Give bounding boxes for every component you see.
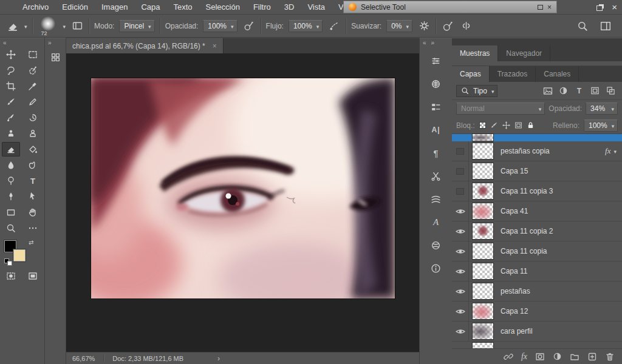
lock-position-icon[interactable]	[502, 121, 510, 129]
menu-edicion[interactable]: Edición	[55, 0, 95, 15]
tab-muestras[interactable]: Muestras	[452, 46, 498, 61]
path-selection-tool-button[interactable]	[24, 189, 42, 204]
restore-window-icon[interactable]	[596, 5, 603, 11]
type-tool-button[interactable]	[24, 174, 42, 188]
layer-name[interactable]: Capa 11 copia 3	[497, 187, 622, 195]
quick-selection-tool-button[interactable]	[24, 63, 42, 78]
menu-texto[interactable]: Texto	[166, 0, 199, 15]
pressure-size-icon[interactable]	[441, 19, 454, 33]
blend-mode-select[interactable]: Normal	[456, 103, 545, 115]
pressure-opacity-icon[interactable]	[242, 19, 256, 33]
eraser-tool-button[interactable]	[2, 142, 20, 157]
marquee-tool-button[interactable]	[24, 47, 42, 62]
swap-colors-icon[interactable]: ⇄	[29, 239, 33, 246]
paint-bucket-tool-button[interactable]	[24, 142, 42, 157]
floating-restore-icon[interactable]	[538, 5, 543, 10]
layer-style-button[interactable]: fx	[521, 352, 527, 362]
layer-visibility-toggle[interactable]	[452, 322, 469, 341]
airbrush-icon[interactable]	[327, 19, 341, 33]
new-layer-icon[interactable]	[587, 352, 597, 362]
hand-tool-button[interactable]	[24, 205, 42, 220]
layer-name[interactable]: Capa 11 copia 2	[497, 227, 622, 235]
eyedropper-tool-button[interactable]	[24, 79, 42, 93]
layer-visibility-toggle[interactable]	[452, 302, 469, 321]
pen-tool-button[interactable]	[2, 189, 20, 204]
layer-name[interactable]: cara perfil	[497, 327, 622, 335]
opacity-select[interactable]: 100%	[203, 20, 237, 32]
brush-tool-button[interactable]	[2, 95, 20, 109]
layer-thumbnail[interactable]	[473, 303, 493, 319]
flow-select[interactable]: 100%	[289, 20, 323, 32]
layer-thumbnail[interactable]	[473, 163, 493, 179]
rectangle-tool-button[interactable]	[2, 205, 20, 220]
layer-name[interactable]: Capa 12	[497, 307, 622, 315]
edit-toolbar-button[interactable]	[24, 221, 42, 235]
dodge-tool-button[interactable]	[2, 174, 20, 188]
filter-adjustment-layers-icon[interactable]	[556, 85, 570, 97]
default-colors-icon[interactable]	[4, 258, 13, 266]
layer-visibility-toggle[interactable]	[452, 261, 469, 281]
add-layer-mask-icon[interactable]	[535, 352, 545, 362]
lock-all-icon[interactable]	[527, 121, 535, 129]
lock-artboard-icon[interactable]	[514, 121, 522, 129]
layer-row-capa-15[interactable]: Capa 15	[452, 161, 622, 181]
fill-select[interactable]: 100%	[584, 120, 618, 132]
clone-stamp-tool-button[interactable]	[2, 126, 20, 141]
filter-type-layers-icon[interactable]	[572, 85, 586, 97]
layer-visibility-toggle[interactable]	[452, 281, 469, 301]
libraries-panel-icon[interactable]	[426, 236, 446, 254]
status-zoom-field[interactable]: 66,67%	[72, 355, 95, 362]
menu-archivo[interactable]: Archivo	[16, 0, 55, 15]
layer-row-capa-11-copia[interactable]: Capa 11 copia	[452, 241, 622, 261]
adjustment-layer-icon[interactable]	[553, 352, 562, 361]
gradients-panel-icon[interactable]	[426, 98, 446, 116]
floating-window-titlebar[interactable]: Selective Tool	[343, 1, 557, 13]
menu-filtro[interactable]: Filtro	[247, 0, 278, 15]
tab-trazados[interactable]: Trazados	[490, 66, 536, 82]
layer-row-capa-11-copia-2[interactable]: Capa 11 copia 2	[452, 221, 622, 241]
close-tab-icon[interactable]: ×	[213, 42, 217, 50]
properties-panel-icon[interactable]	[426, 52, 446, 70]
close-window-icon[interactable]	[612, 2, 617, 12]
layer-row-capa-11-copia-3[interactable]: Capa 11 copia 3	[452, 181, 622, 201]
layer-name[interactable]: pestañas copia	[497, 147, 605, 155]
layer-row-pestanas[interactable]: pestañas	[452, 281, 622, 302]
scissors-panel-icon[interactable]	[426, 167, 446, 185]
layer-thumbnail[interactable]	[473, 223, 493, 239]
filter-pixel-layers-icon[interactable]	[541, 85, 555, 97]
pattern-stamp-tool-button[interactable]	[24, 126, 42, 141]
crop-tool-button[interactable]	[2, 79, 20, 93]
info-panel-icon[interactable]	[426, 259, 446, 277]
layer-thumbnail[interactable]	[473, 203, 493, 219]
mixer-brush-tool-button[interactable]	[2, 110, 20, 125]
menu-imagen[interactable]: Imagen	[95, 0, 134, 15]
zoom-tool-button[interactable]	[2, 221, 20, 235]
canvas-artwork[interactable]	[91, 78, 395, 298]
floating-close-icon[interactable]	[547, 3, 552, 12]
quick-mask-button[interactable]	[2, 269, 20, 283]
workspace-panels-icon[interactable]	[599, 19, 612, 33]
new-group-folder-icon[interactable]	[570, 352, 579, 362]
paragraph-panel-icon[interactable]	[426, 144, 446, 162]
pencil-tool-button[interactable]	[24, 95, 42, 109]
blur-tool-button[interactable]	[2, 158, 20, 172]
layer-row-cara-perfil[interactable]: cara perfil	[452, 322, 622, 342]
glyphs-panel-icon[interactable]	[426, 213, 446, 231]
chevron-down-icon[interactable]	[63, 22, 66, 30]
expand-dock-icon[interactable]	[423, 38, 426, 47]
mode-select[interactable]: Pincel	[119, 20, 154, 32]
status-chevron-icon[interactable]: ›	[217, 354, 220, 363]
tab-navegador[interactable]: Navegador	[498, 46, 550, 61]
filter-shape-layers-icon[interactable]	[588, 85, 602, 97]
layer-visibility-toggle[interactable]	[452, 221, 469, 241]
expand-dock-icon[interactable]	[48, 38, 52, 47]
layer-thumbnail[interactable]	[473, 283, 493, 299]
patterns-panel-icon[interactable]	[426, 75, 446, 93]
layer-visibility-toggle[interactable]	[452, 201, 469, 221]
tab-capas[interactable]: Capas	[452, 66, 490, 82]
paint-symmetry-icon[interactable]	[459, 19, 473, 33]
smudge-tool-button[interactable]	[24, 158, 42, 172]
document-tab[interactable]: chica.psd al 66,7% (Capa 14), RGB/16) * …	[66, 38, 224, 53]
layer-visibility-toggle[interactable]	[452, 181, 469, 201]
menu-capa[interactable]: Capa	[134, 0, 166, 15]
